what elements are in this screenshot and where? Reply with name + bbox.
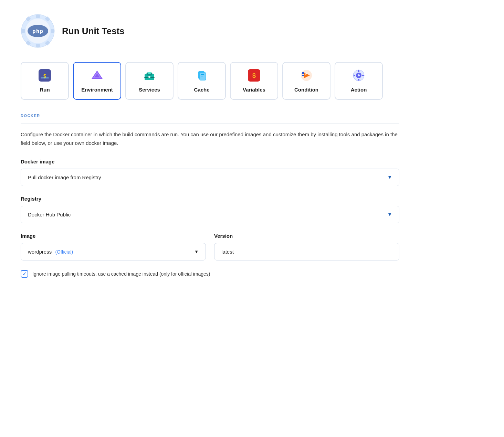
environment-icon [91, 69, 103, 83]
svg-text:$: $ [252, 72, 256, 79]
php-logo: php [21, 14, 55, 48]
checkmark-icon: ✓ [22, 271, 27, 277]
svg-rect-32 [302, 72, 304, 74]
tab-services-label: Services [139, 87, 160, 93]
svg-rect-41 [362, 75, 364, 76]
tab-run-label: Run [40, 87, 50, 93]
registry-chevron-icon: ▼ [387, 212, 392, 217]
svg-rect-26 [201, 74, 204, 75]
docker-image-chevron-icon: ▼ [387, 174, 392, 180]
registry-value: Docker Hub Public [28, 212, 71, 217]
official-badge: (Official) [55, 249, 73, 255]
main-content: DOCKER Configure the Docker container in… [21, 114, 399, 278]
tab-action[interactable]: Action [335, 62, 383, 100]
registry-field: Registry Docker Hub Public ▼ [21, 196, 399, 223]
tab-condition[interactable]: IF Condition [282, 62, 330, 100]
tab-action-label: Action [351, 87, 367, 93]
tab-environment-label: Environment [81, 87, 113, 93]
registry-dropdown[interactable]: Docker Hub Public ▼ [21, 206, 399, 223]
services-icon [143, 69, 156, 83]
svg-rect-23 [148, 76, 150, 78]
checkbox-row: ✓ Ignore image pulling timeouts, use a c… [21, 270, 399, 278]
svg-rect-38 [358, 70, 359, 72]
run-icon: $ [39, 69, 51, 83]
docker-description: Configure the Docker container in which … [21, 130, 399, 148]
docker-image-label: Docker image [21, 159, 399, 164]
version-field: Version [214, 233, 399, 260]
svg-rect-21 [148, 72, 151, 74]
image-row: wordpress (Official) [28, 249, 73, 255]
svg-rect-33 [302, 75, 304, 76]
image-chevron-icon: ▼ [194, 249, 199, 254]
cache-icon [196, 69, 208, 83]
tab-bar: $ Run Environment [21, 62, 483, 100]
docker-image-dropdown[interactable]: Pull docker image from Registry ▼ [21, 169, 399, 186]
image-version-row: Image wordpress (Official) ▼ Version [21, 233, 399, 260]
svg-point-37 [358, 74, 360, 76]
svg-text:php: php [32, 28, 43, 34]
tab-cache[interactable]: Cache [178, 62, 226, 100]
svg-rect-3 [21, 29, 25, 33]
docker-image-field: Docker image Pull docker image from Regi… [21, 159, 399, 186]
page-title: Run Unit Tests [62, 26, 125, 36]
page-header: php Run Unit Tests [21, 14, 483, 48]
svg-rect-40 [354, 75, 355, 76]
tab-variables[interactable]: $ Variables [230, 62, 278, 100]
registry-label: Registry [21, 196, 399, 202]
svg-text:IF: IF [305, 73, 307, 75]
svg-rect-4 [51, 29, 54, 33]
image-dropdown[interactable]: wordpress (Official) ▼ [21, 243, 206, 260]
section-divider [21, 123, 399, 124]
tab-environment[interactable]: Environment [73, 62, 121, 100]
action-icon [353, 69, 365, 83]
ignore-timeout-checkbox[interactable]: ✓ [21, 270, 28, 278]
tab-variables-label: Variables [243, 87, 265, 93]
svg-rect-39 [358, 79, 359, 81]
svg-rect-27 [201, 76, 203, 76]
docker-image-value: Pull docker image from Registry [28, 174, 101, 180]
tab-condition-label: Condition [294, 87, 318, 93]
svg-rect-1 [36, 14, 40, 18]
checkbox-label: Ignore image pulling timeouts, use a cac… [32, 271, 210, 277]
image-label: Image [21, 233, 206, 239]
image-value: wordpress [28, 249, 52, 255]
version-input[interactable] [214, 243, 399, 260]
variables-icon: $ [248, 69, 260, 83]
docker-section-label: DOCKER [21, 114, 399, 118]
tab-services[interactable]: Services [125, 62, 174, 100]
version-label: Version [214, 233, 399, 239]
svg-rect-2 [36, 44, 40, 47]
image-field: Image wordpress (Official) ▼ [21, 233, 206, 260]
condition-icon: IF [300, 69, 313, 83]
tab-run[interactable]: $ Run [21, 62, 69, 100]
tab-cache-label: Cache [194, 87, 209, 93]
svg-rect-14 [41, 77, 49, 78]
